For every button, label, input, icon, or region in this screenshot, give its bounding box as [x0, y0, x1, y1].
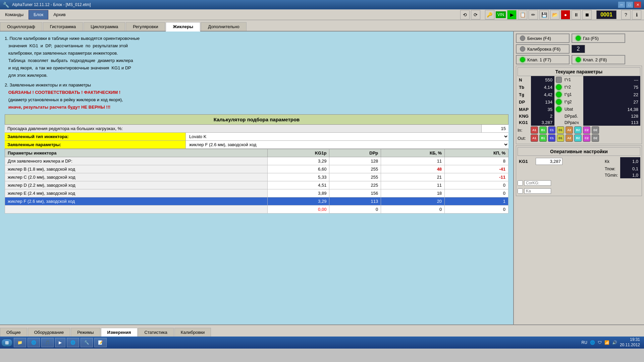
taskbar-media[interactable]: 🎵	[41, 338, 54, 347]
bottom-tabbar: Общие Оборудование Режимы Измерения Стат…	[0, 324, 644, 337]
param-value-Tg: 4,42	[531, 91, 554, 98]
taskbar-app2[interactable]: ▶	[55, 338, 65, 347]
toolbar-btn-5[interactable]: 📋	[518, 10, 527, 19]
toolbar-btn-info[interactable]: ℹ	[632, 10, 641, 19]
taskbar-ie2[interactable]: 🌐	[67, 338, 79, 347]
num-display: 0001	[596, 10, 616, 19]
main-area: 1. После калибровки в таблице ниже вывод…	[0, 32, 644, 324]
oper-title: Оперативные настройки	[518, 147, 640, 156]
cell-label: жиклер B (1.8 мм), заводской ход	[5, 165, 268, 173]
right-panel: Бензин (F4) Газ (F5) Калибровка (F6) 2 К…	[513, 32, 644, 324]
menu-archive[interactable]: Архив	[48, 10, 70, 19]
taskbar-file-explorer[interactable]: 📁	[14, 338, 26, 347]
btab-measurements[interactable]: Измерения	[101, 328, 138, 337]
taskbar-ie[interactable]: 🌐	[28, 338, 40, 347]
taskbar-notes[interactable]: 📝	[94, 338, 107, 347]
ka-row	[518, 188, 640, 194]
in-led-A2: A2	[566, 126, 573, 134]
tab-regulations[interactable]: Регуляровки	[126, 22, 165, 31]
start-button[interactable]: ⊞	[1, 339, 12, 347]
oper-tgmin-cell	[534, 172, 603, 178]
toolbar-btn-stop[interactable]: ⏹	[582, 10, 592, 19]
out-led-C1: C1	[548, 134, 555, 142]
toolbar-btn-8[interactable]: 📂	[550, 10, 559, 19]
cell-label: жиклер D (2.2 мм), заводской ход	[5, 181, 268, 189]
param-value-KG1: 3,287	[531, 119, 554, 126]
param-led-DP	[556, 99, 562, 105]
cell-kb: 11	[381, 157, 445, 165]
tab-histogram[interactable]: Гистограмма	[43, 22, 83, 31]
corkg-checkbox[interactable]	[518, 180, 523, 186]
toolbar-btn-6[interactable]: ✏	[529, 10, 538, 19]
folder-icon: 📁	[17, 340, 22, 345]
btab-statistics[interactable]: Статистика	[138, 328, 174, 337]
close-button[interactable]: ✕	[634, 1, 641, 8]
btab-equipment[interactable]: Оборудование	[28, 328, 70, 337]
calibration-button[interactable]: Калибровка (F6)	[516, 44, 570, 54]
toolbar-btn-7[interactable]: 💾	[539, 10, 549, 19]
table-row: жиклер C (2.0 мм), заводской ход5,332552…	[5, 173, 508, 181]
param-right-label-KG1: DPрасч	[563, 119, 583, 126]
klap1-button[interactable]: Клап. 1 (F7)	[516, 55, 570, 64]
gaz-button[interactable]: Газ (F5)	[572, 34, 625, 43]
ie2-icon: 🌐	[70, 340, 75, 345]
toolbar-btn-2[interactable]: ⟳	[471, 10, 480, 19]
minimize-button[interactable]: ─	[618, 1, 625, 8]
oper-tgmin-value: 1,0	[620, 172, 640, 178]
klap2-label: Клап. 2 (F8)	[583, 57, 607, 62]
tab-cyclogram[interactable]: Циклограмма	[84, 22, 125, 31]
vin-btn[interactable]: VIN	[496, 11, 506, 18]
injector-type-select[interactable]: Lovato K	[186, 133, 508, 140]
cell-label: Для заявленного жиклера и DP:	[5, 157, 268, 165]
toolbar-btn-pause[interactable]: ⏸	[572, 10, 581, 19]
param-label-MAP: MAP	[518, 106, 531, 113]
record-btn[interactable]: ●	[561, 10, 570, 19]
maximize-button[interactable]: □	[626, 1, 633, 8]
cell-kp: -11	[445, 173, 508, 181]
menu-commands[interactable]: Команды	[0, 10, 29, 19]
oper-tgmin-spacer	[518, 172, 534, 178]
param-right-value-MAP: 14,38	[583, 106, 640, 113]
oper-row-TGmin: TGmin: 1,0	[518, 172, 640, 178]
fuel-buttons-row: Бензин (F4) Газ (F5)	[516, 34, 642, 43]
tab-nozzles[interactable]: Жиклеры	[166, 22, 200, 32]
col-kg1p: KG1p	[267, 149, 329, 157]
toolbar-btn-1[interactable]: ⟲	[460, 10, 470, 19]
oper-tpom-value: 0,1	[620, 166, 640, 172]
tab-additional[interactable]: Дополнительно	[201, 22, 247, 31]
date-display: 20.11.2012	[620, 343, 640, 348]
param-right-value-DP: 27	[583, 98, 640, 106]
table-row: жиклер F (2.6 мм), заводской ход3,291132…	[5, 197, 508, 205]
shield-icon: 🛡	[598, 340, 602, 345]
param-led-Tg-cell	[554, 91, 563, 98]
ka-input[interactable]	[524, 188, 551, 194]
btab-modes[interactable]: Режимы	[71, 328, 100, 337]
menu-block[interactable]: Блок	[29, 10, 48, 19]
calibration-row: Калибровка (F6) 2	[516, 44, 642, 54]
toolbar-btn-help[interactable]: ?	[621, 10, 631, 19]
taskbar-right: RU 🌐 🛡 📶 🔊 19:31 20.11.2012	[582, 337, 643, 348]
toolbar-btn-3[interactable]: 🔑	[485, 10, 494, 19]
oper-tpom-spacer	[518, 166, 534, 172]
taskbar-alpha[interactable]: 🔧	[80, 338, 93, 347]
toolbar-btn-green[interactable]: ▶	[507, 10, 517, 19]
klap2-button[interactable]: Клап. 2 (F8)	[572, 55, 625, 64]
btab-calibrations[interactable]: Калибровки	[174, 328, 211, 337]
in-led-C1: C1	[548, 126, 555, 134]
tab-oscillograph[interactable]: Осциллограф	[0, 22, 42, 31]
gaz-label: Газ (F5)	[583, 36, 599, 41]
cell-kg1: 3,29	[267, 157, 329, 165]
injector-params-select[interactable]: жиклер F (2.6 мм), заводской ход	[186, 141, 508, 148]
cell-label: жиклер F (2.6 мм), заводской ход	[5, 197, 268, 205]
in-label: In:	[518, 128, 529, 133]
cell-dp: 255	[329, 173, 381, 181]
nozzle-table: Параметры инжектора KG1p DPp КБ, % КП, %…	[5, 149, 508, 214]
benzin-button[interactable]: Бензин (F4)	[516, 34, 570, 43]
oper-kg1-input[interactable]	[536, 158, 562, 165]
oper-row-KG1: KG1 Kk 1,0	[518, 157, 640, 166]
corkg-input[interactable]	[524, 180, 551, 186]
btab-general[interactable]: Общие	[0, 328, 27, 337]
checkbox-group	[518, 180, 640, 194]
left-panel: 1. После калибровки в таблице ниже вывод…	[0, 32, 513, 324]
ka-checkbox[interactable]	[518, 188, 523, 194]
